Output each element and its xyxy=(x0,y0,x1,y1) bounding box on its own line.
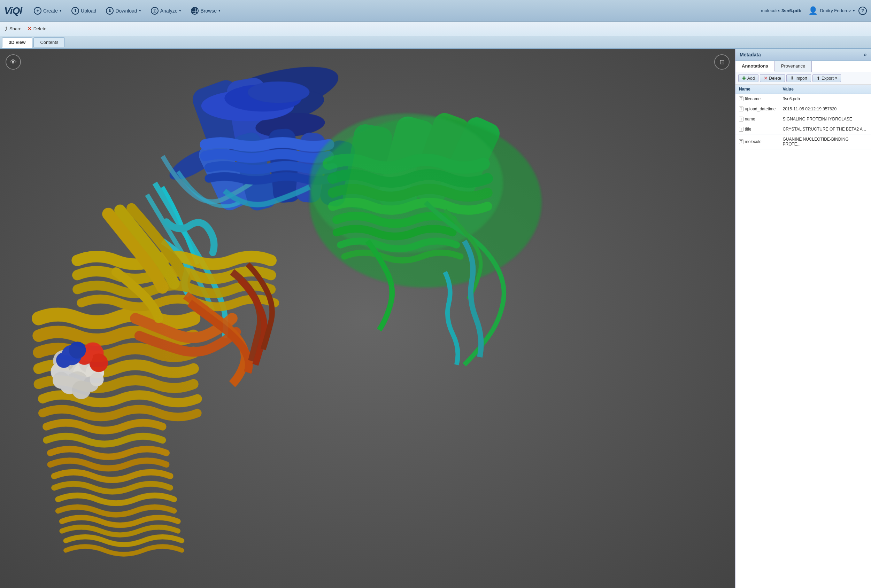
row-value-cell: CRYSTAL STRUCTURE OF THE BETA2 A... xyxy=(779,124,871,134)
row-value-cell: 3sn6.pdb xyxy=(779,94,871,104)
row-value-cell: 2015-11-05 02:12:19.957620 xyxy=(779,104,871,114)
right-panel: Metadata » Annotations Provenance ✚ Add … xyxy=(735,49,871,588)
delete-annotation-btn[interactable]: ✕ Delete xyxy=(760,74,785,82)
row-value-cell: SIGNALING PROTEIN/HYDROLASE xyxy=(779,114,871,124)
panel-tabs: Annotations Provenance xyxy=(735,61,871,72)
annotation-name: upload_datetime xyxy=(745,106,776,111)
analyze-dropdown-chevron: ▾ xyxy=(179,8,181,13)
user-name: Dmitry Fedorov xyxy=(820,8,851,13)
view-tabs: 3D view Contents xyxy=(0,36,871,49)
actionbar: ⤴ Share ✕ Delete xyxy=(0,22,871,36)
type-icon: T xyxy=(739,127,744,131)
download-dropdown-chevron: ▾ xyxy=(139,8,141,13)
export-icon: ⬆ xyxy=(816,76,820,81)
share-btn[interactable]: ⤴ Share xyxy=(5,26,22,32)
eye-icon: 👁 xyxy=(10,58,17,66)
molecule-value: 3sn6.pdb xyxy=(781,8,801,13)
row-name-cell: T name xyxy=(735,114,779,124)
row-name-cell: T upload_datetime xyxy=(735,104,779,114)
create-dropdown-chevron: ▾ xyxy=(60,8,62,13)
create-nav-btn[interactable]: + Create ▾ xyxy=(29,6,67,16)
row-value-cell: GUANINE NUCLEOTIDE-BINDING PROTE... xyxy=(779,134,871,149)
molecule-label: molecule: 3sn6.pdb xyxy=(761,8,801,13)
import-icon: ⬇ xyxy=(790,76,794,81)
add-annotation-btn[interactable]: ✚ Add xyxy=(738,74,759,82)
browse-icon xyxy=(191,7,199,15)
panel-title: Metadata xyxy=(740,52,761,57)
analyze-icon: ◎ xyxy=(151,7,159,15)
row-name-cell: T title xyxy=(735,124,779,134)
download-nav-btn[interactable]: ⬇ Download ▾ xyxy=(101,6,146,16)
user-avatar-icon: 👤 xyxy=(808,6,818,15)
right-nav: molecule: 3sn6.pdb 👤 Dmitry Fedorov ▾ ? xyxy=(761,6,867,15)
row-name-cell: T filename xyxy=(735,94,779,104)
tab-contents[interactable]: Contents xyxy=(33,37,65,47)
import-annotation-btn[interactable]: ⬇ Import xyxy=(786,74,811,82)
analyze-nav-btn[interactable]: ◎ Analyze ▾ xyxy=(146,6,186,16)
share-icon: ⤴ xyxy=(5,26,7,32)
upload-nav-btn[interactable]: ⬆ Upload xyxy=(67,6,101,16)
delete-circle-icon: ✕ xyxy=(764,76,768,81)
user-menu-btn[interactable]: 👤 Dmitry Fedorov ▾ xyxy=(808,6,855,15)
annotation-name: molecule xyxy=(745,139,762,144)
main-content: 👁 ⊡ Metadata » Annotations Provenance ✚ … xyxy=(0,49,871,588)
table-row[interactable]: T title CRYSTAL STRUCTURE OF THE BETA2 A… xyxy=(735,124,871,134)
3d-viewer[interactable]: 👁 ⊡ xyxy=(0,49,735,588)
svg-point-35 xyxy=(69,342,86,358)
type-icon: T xyxy=(739,139,744,144)
panel-toolbar: ✚ Add ✕ Delete ⬇ Import ⬆ Export ▾ xyxy=(735,72,871,85)
svg-point-14 xyxy=(248,82,310,103)
add-icon: ✚ xyxy=(742,76,746,81)
svg-point-36 xyxy=(56,352,72,368)
table-row[interactable]: T upload_datetime 2015-11-05 02:12:19.95… xyxy=(735,104,871,114)
table-row[interactable]: T molecule GUANINE NUCLEOTIDE-BINDING PR… xyxy=(735,134,871,149)
annotation-name: name xyxy=(745,116,755,121)
tab-annotations[interactable]: Annotations xyxy=(735,61,775,72)
annotation-name: filename xyxy=(745,96,760,101)
row-name-cell: T molecule xyxy=(735,134,779,149)
protein-visualization xyxy=(0,49,735,588)
metadata-table: Name Value T filename 3sn6.pdb T upload_… xyxy=(735,85,871,588)
user-dropdown-chevron: ▾ xyxy=(853,8,855,13)
export-annotation-btn[interactable]: ⬆ Export ▾ xyxy=(813,74,841,82)
type-icon: T xyxy=(739,106,744,111)
camera-icon: ⊡ xyxy=(720,58,725,66)
col-name-header: Name xyxy=(735,85,779,94)
type-icon: T xyxy=(739,96,744,101)
tab-3dview[interactable]: 3D view xyxy=(2,37,32,48)
export-dropdown-chevron: ▾ xyxy=(835,76,837,81)
svg-point-39 xyxy=(90,373,104,387)
upload-icon: ⬆ xyxy=(72,7,79,15)
create-icon: + xyxy=(34,7,42,15)
delete-btn[interactable]: ✕ Delete xyxy=(27,25,47,32)
delete-icon: ✕ xyxy=(27,25,32,32)
table-row[interactable]: T name SIGNALING PROTEIN/HYDROLASE xyxy=(735,114,871,124)
type-icon: T xyxy=(739,116,744,121)
col-value-header: Value xyxy=(779,85,871,94)
download-icon: ⬇ xyxy=(106,7,114,15)
camera-btn[interactable]: ⊡ xyxy=(714,54,730,70)
browse-nav-btn[interactable]: Browse ▾ xyxy=(186,6,225,16)
table-row[interactable]: T filename 3sn6.pdb xyxy=(735,94,871,104)
help-btn[interactable]: ? xyxy=(859,7,867,15)
eye-btn[interactable]: 👁 xyxy=(6,54,21,70)
app-logo[interactable]: ViQI xyxy=(4,5,22,16)
browse-dropdown-chevron: ▾ xyxy=(218,8,220,13)
svg-point-37 xyxy=(52,372,70,389)
tab-provenance[interactable]: Provenance xyxy=(775,61,812,72)
annotation-name: title xyxy=(745,127,751,131)
panel-header: Metadata » xyxy=(735,49,871,61)
expand-btn[interactable]: » xyxy=(864,52,867,58)
topbar: ViQI + Create ▾ ⬆ Upload ⬇ Download ▾ ◎ … xyxy=(0,0,871,22)
